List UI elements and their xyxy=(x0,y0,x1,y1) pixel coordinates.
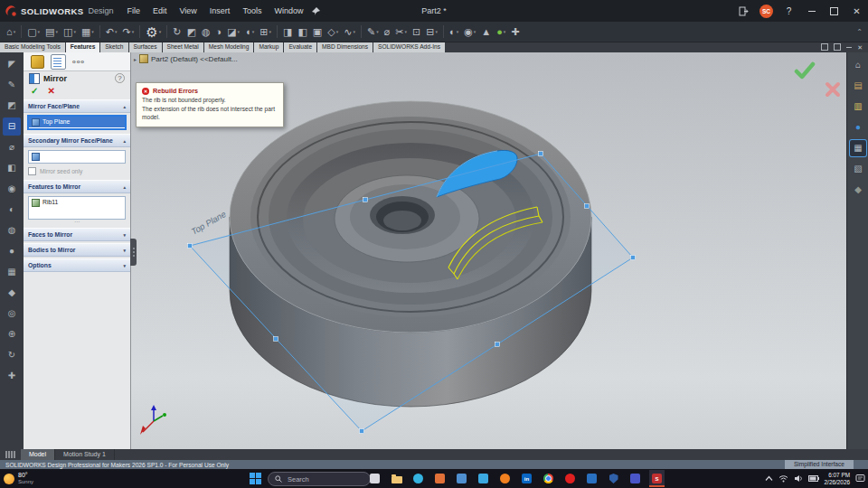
opera-icon[interactable] xyxy=(562,470,578,487)
display-style-tool-icon[interactable]: ◐ xyxy=(3,201,21,219)
tab-sketch[interactable]: Sketch xyxy=(100,42,127,52)
extrude-boss-icon[interactable]: ◩ xyxy=(185,23,198,40)
search-input[interactable] xyxy=(286,474,353,484)
group-bodies-header[interactable]: Bodies to Mirror ▾ xyxy=(24,243,130,257)
group-faces-header[interactable]: Faces to Mirror ▾ xyxy=(24,228,130,241)
scene-tool-icon[interactable]: ▦ xyxy=(3,263,21,281)
pm-ok-icon[interactable]: ✓ xyxy=(31,87,38,96)
menu-insert[interactable]: Insert xyxy=(203,0,237,22)
menu-view[interactable]: View xyxy=(174,0,203,22)
rotate-view-tool-icon[interactable]: ↻ xyxy=(3,346,21,364)
features-tool-icon[interactable]: ◩ xyxy=(3,97,21,115)
dropdown-caret-icon[interactable]: ▾ xyxy=(252,29,255,34)
tab-markup[interactable]: Markup xyxy=(254,42,283,52)
menu-file[interactable]: File xyxy=(120,0,146,22)
properties-tab-icon[interactable] xyxy=(31,55,44,69)
sign-out-icon[interactable] xyxy=(732,0,755,22)
trim-entities-icon[interactable]: ✂▾ xyxy=(393,23,409,40)
selected-plane-row[interactable]: Top Plane xyxy=(29,117,125,127)
undo-icon[interactable]: ↶▾ xyxy=(104,23,119,40)
breadcrumb[interactable]: ▸ Part2 (Default) <<Default... xyxy=(134,54,238,63)
mirror-entities-icon[interactable]: ⊟▾ xyxy=(424,23,439,40)
dropdown-caret-icon[interactable]: ▾ xyxy=(91,29,94,34)
panel-splitter-handle[interactable] xyxy=(130,239,137,266)
swept-boss-icon[interactable]: ◑ xyxy=(214,23,224,40)
confirm-ok-icon[interactable] xyxy=(794,61,816,83)
dropdown-caret-icon[interactable]: ▾ xyxy=(238,29,241,34)
secondary-face-selection-box[interactable] xyxy=(28,150,126,164)
dropdown-caret-icon[interactable]: ▾ xyxy=(56,29,59,34)
tab-mesh-modeling[interactable]: Mesh Modeling xyxy=(204,42,254,52)
features-selection-box[interactable]: Rib11 xyxy=(28,196,126,220)
redo-icon[interactable]: ↷▾ xyxy=(121,23,137,40)
confirm-cancel-icon[interactable] xyxy=(825,81,841,101)
menu-tools[interactable]: Tools xyxy=(236,0,268,22)
store-icon[interactable] xyxy=(432,470,448,487)
tab-surfaces[interactable]: Surfaces xyxy=(129,42,162,52)
zoom-pan-icon[interactable]: ✚ xyxy=(509,23,521,40)
file-explorer-icon[interactable] xyxy=(389,470,404,487)
tab-sheet-metal[interactable]: Sheet Metal xyxy=(163,42,203,52)
outlook-icon[interactable] xyxy=(584,470,599,487)
custom-properties-icon[interactable]: ▧ xyxy=(850,161,866,177)
convert-entities-icon[interactable]: ⊡ xyxy=(410,23,422,40)
appearance-tool-icon[interactable]: ● xyxy=(3,242,21,260)
display-style-icon[interactable]: ◐▾ xyxy=(448,23,460,40)
sketch-icon[interactable]: ✎▾ xyxy=(365,23,381,40)
taskbar-search[interactable] xyxy=(268,472,371,486)
weather-widget[interactable]: 80° Sunny xyxy=(4,469,33,488)
dropdown-caret-icon[interactable]: ▾ xyxy=(115,29,118,34)
dropdown-caret-icon[interactable]: ▾ xyxy=(405,29,408,34)
dropdown-caret-icon[interactable]: ▾ xyxy=(474,29,476,34)
tab-evaluate[interactable]: Evaluate xyxy=(284,42,316,52)
design-library-icon[interactable]: ▤ xyxy=(850,78,866,94)
revolve-boss-icon[interactable]: ◍ xyxy=(200,23,212,40)
defender-icon[interactable] xyxy=(606,470,621,487)
dropdown-caret-icon[interactable]: ▾ xyxy=(457,29,459,34)
tab-model[interactable]: Model xyxy=(21,449,55,460)
mirror-tool-icon[interactable]: ⊟ xyxy=(3,117,21,136)
toolbar-collapse-icon[interactable]: ⌃ xyxy=(856,28,863,36)
extrude-cut-icon[interactable]: ◪▾ xyxy=(225,23,241,40)
measure-tool-icon[interactable]: ⌀ xyxy=(3,138,21,156)
rib-icon[interactable]: ◨ xyxy=(281,23,294,40)
pane-minimize-icon[interactable] xyxy=(846,47,852,48)
tab-basic-modeling-tools[interactable]: Basic Modeling Tools xyxy=(0,42,65,52)
settings-gear-icon[interactable]: ⚙▾ xyxy=(144,23,163,40)
hide-show-tool-icon[interactable]: ◍ xyxy=(3,221,21,239)
reference-geometry-icon[interactable]: ◇▾ xyxy=(326,23,340,40)
appearances-scenes-icon[interactable]: ● xyxy=(850,119,866,136)
taskbar-clock[interactable]: 6:07 PM 2/26/2026 xyxy=(825,472,850,485)
print-icon[interactable]: ▦▾ xyxy=(80,23,96,40)
tab-motion-study[interactable]: Motion Study 1 xyxy=(55,449,115,460)
filter-tab-icon[interactable]: ooo xyxy=(72,59,85,64)
feature-item-row[interactable]: Rib11 xyxy=(29,197,125,208)
tree-expand-icon[interactable]: ▸ xyxy=(134,56,137,62)
linkedin-icon[interactable]: in xyxy=(519,470,534,487)
solidworks-taskbar-icon[interactable]: S xyxy=(649,470,665,487)
graphics-viewport[interactable]: Top Plane ▸ Part2 (Default) <<Default... xyxy=(130,52,846,449)
draft-icon[interactable]: ◧ xyxy=(296,23,308,40)
appearances-icon[interactable]: ●▾ xyxy=(495,23,507,40)
box-resize-handle[interactable]: ⋯ xyxy=(28,220,126,223)
linear-pattern-icon[interactable]: ⊞▾ xyxy=(258,23,273,40)
photos-icon[interactable] xyxy=(454,470,469,487)
dropdown-caret-icon[interactable]: ▾ xyxy=(159,29,162,34)
orientation-tool-icon[interactable]: ◉ xyxy=(3,180,21,198)
task-view-icon[interactable] xyxy=(367,470,382,487)
pm-cancel-icon[interactable]: ✕ xyxy=(47,87,54,96)
dropdown-caret-icon[interactable]: ▾ xyxy=(376,29,379,34)
firefox-icon[interactable] xyxy=(497,470,513,487)
view-palette-icon[interactable]: ▦ xyxy=(850,140,866,156)
mirror-seed-checkbox[interactable] xyxy=(28,167,36,175)
camera-tool-icon[interactable]: ◆ xyxy=(3,284,21,302)
tab-solidworks-add-ins[interactable]: SOLIDWORKS Add-Ins xyxy=(373,42,445,52)
group-features-header[interactable]: Features to Mirror ▴ xyxy=(24,180,130,193)
interface-mode-badge[interactable]: Simplified Interface xyxy=(785,460,854,469)
battery-icon[interactable] xyxy=(808,475,819,482)
edge-icon[interactable] xyxy=(410,470,426,487)
wifi-icon[interactable] xyxy=(778,474,788,483)
dropdown-caret-icon[interactable]: ▾ xyxy=(14,29,16,34)
tab-mbd-dimensions[interactable]: MBD Dimensions xyxy=(317,42,373,52)
new-document-icon[interactable]: ▢▾ xyxy=(25,23,42,40)
